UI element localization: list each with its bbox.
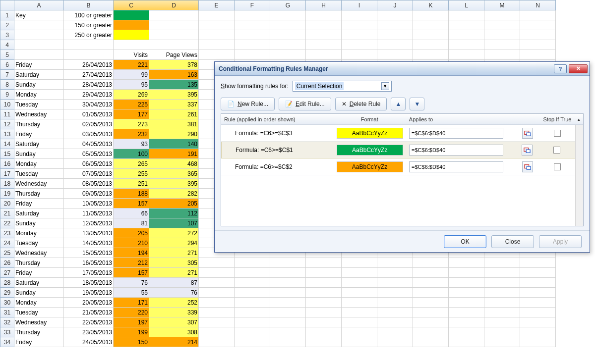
row-header-22[interactable]: 22 bbox=[0, 218, 14, 228]
row-header-30[interactable]: 30 bbox=[0, 298, 14, 308]
cell-L5[interactable] bbox=[449, 50, 484, 60]
cell-D22[interactable]: 107 bbox=[149, 218, 199, 228]
cell-C25[interactable]: 194 bbox=[114, 248, 149, 258]
column-header-G[interactable]: G bbox=[270, 0, 306, 10]
cell-J3[interactable] bbox=[377, 30, 413, 40]
cell-C11[interactable]: 177 bbox=[114, 109, 149, 119]
cell-E4[interactable] bbox=[199, 40, 235, 50]
cell-D5[interactable]: Page Views bbox=[149, 50, 199, 60]
cell-C3[interactable] bbox=[114, 30, 149, 40]
cell-M34[interactable] bbox=[484, 337, 520, 347]
cell-H34[interactable] bbox=[306, 337, 342, 347]
cell-E26[interactable] bbox=[199, 258, 235, 268]
row-header-27[interactable]: 27 bbox=[0, 268, 14, 278]
cell-C17[interactable]: 255 bbox=[114, 169, 149, 179]
stop-if-true-checkbox[interactable] bbox=[554, 130, 561, 137]
cell-M5[interactable] bbox=[484, 50, 520, 60]
cell-L32[interactable] bbox=[449, 317, 484, 327]
rule-row-2[interactable]: Formula: =C6>=$C$2 AaBbCcYyZz =$C$6:$D$4… bbox=[221, 158, 583, 175]
cell-A33[interactable]: Thursday bbox=[14, 327, 64, 337]
cell-C30[interactable]: 171 bbox=[114, 298, 149, 308]
cell-C26[interactable]: 212 bbox=[114, 258, 149, 268]
new-rule-button[interactable]: 📄 New Rule... bbox=[221, 98, 275, 110]
cell-E5[interactable] bbox=[199, 50, 235, 60]
cell-L26[interactable] bbox=[449, 258, 484, 268]
applies-to-input[interactable]: =$C$6:$D$40 bbox=[409, 128, 503, 139]
cell-C29[interactable]: 55 bbox=[114, 288, 149, 298]
cell-A4[interactable] bbox=[14, 40, 64, 50]
cell-E34[interactable] bbox=[199, 337, 235, 347]
cell-D27[interactable]: 271 bbox=[149, 268, 199, 278]
cell-B30[interactable]: 20/05/2013 bbox=[64, 298, 114, 308]
apply-button[interactable]: Apply bbox=[539, 235, 582, 248]
cell-N3[interactable] bbox=[520, 30, 556, 40]
cell-D3[interactable] bbox=[149, 30, 199, 40]
cell-E31[interactable] bbox=[199, 308, 235, 317]
row-header-21[interactable]: 21 bbox=[0, 208, 14, 218]
cell-A18[interactable]: Wednesday bbox=[14, 179, 64, 189]
row-header-11[interactable]: 11 bbox=[0, 109, 14, 119]
cell-B15[interactable]: 05/05/2013 bbox=[64, 149, 114, 159]
cell-B19[interactable]: 09/05/2013 bbox=[64, 189, 114, 199]
cell-J1[interactable] bbox=[377, 10, 413, 20]
delete-rule-button[interactable]: ✕ Delete Rule bbox=[335, 98, 387, 110]
cell-F2[interactable] bbox=[235, 20, 270, 30]
cell-I27[interactable] bbox=[342, 268, 377, 278]
cell-K2[interactable] bbox=[413, 20, 449, 30]
dialog-titlebar[interactable]: Conditional Formatting Rules Manager ? ✕ bbox=[215, 62, 590, 76]
cell-M26[interactable] bbox=[484, 258, 520, 268]
cell-C16[interactable]: 265 bbox=[114, 159, 149, 169]
cell-I3[interactable] bbox=[342, 30, 377, 40]
cell-N34[interactable] bbox=[520, 337, 556, 347]
cell-B3[interactable]: 250 or greater bbox=[64, 30, 114, 40]
cell-L3[interactable] bbox=[449, 30, 484, 40]
cell-C34[interactable]: 150 bbox=[114, 337, 149, 347]
cell-C10[interactable]: 225 bbox=[114, 100, 149, 109]
cell-C14[interactable]: 93 bbox=[114, 139, 149, 149]
cell-D10[interactable]: 337 bbox=[149, 100, 199, 109]
cell-I26[interactable] bbox=[342, 258, 377, 268]
cell-C12[interactable]: 273 bbox=[114, 119, 149, 129]
cell-A19[interactable]: Thursday bbox=[14, 189, 64, 199]
cell-F33[interactable] bbox=[235, 327, 270, 337]
cell-H2[interactable] bbox=[306, 20, 342, 30]
applies-to-input[interactable]: =$C$6:$D$40 bbox=[409, 161, 503, 172]
stop-if-true-checkbox[interactable] bbox=[553, 147, 560, 154]
cell-N30[interactable] bbox=[520, 298, 556, 308]
cell-A26[interactable]: Thursday bbox=[14, 258, 64, 268]
cell-L33[interactable] bbox=[449, 327, 484, 337]
cell-H5[interactable] bbox=[306, 50, 342, 60]
cell-J26[interactable] bbox=[377, 258, 413, 268]
cell-L29[interactable] bbox=[449, 288, 484, 298]
row-header-16[interactable]: 16 bbox=[0, 159, 14, 169]
column-header-L[interactable]: L bbox=[449, 0, 484, 10]
row-header-7[interactable]: 7 bbox=[0, 70, 14, 80]
cell-B25[interactable]: 15/05/2013 bbox=[64, 248, 114, 258]
cell-H29[interactable] bbox=[306, 288, 342, 298]
cell-L4[interactable] bbox=[449, 40, 484, 50]
cell-B11[interactable]: 01/05/2013 bbox=[64, 109, 114, 119]
cell-B16[interactable]: 06/05/2013 bbox=[64, 159, 114, 169]
range-selector-button[interactable] bbox=[522, 145, 533, 156]
cell-M28[interactable] bbox=[484, 278, 520, 288]
cell-E28[interactable] bbox=[199, 278, 235, 288]
cell-D30[interactable]: 252 bbox=[149, 298, 199, 308]
row-header-14[interactable]: 14 bbox=[0, 139, 14, 149]
cell-D11[interactable]: 261 bbox=[149, 109, 199, 119]
cell-G26[interactable] bbox=[270, 258, 306, 268]
cell-B22[interactable]: 12/05/2013 bbox=[64, 218, 114, 228]
cell-I29[interactable] bbox=[342, 288, 377, 298]
cell-H30[interactable] bbox=[306, 298, 342, 308]
cell-G34[interactable] bbox=[270, 337, 306, 347]
cell-J2[interactable] bbox=[377, 20, 413, 30]
cell-B9[interactable]: 29/04/2013 bbox=[64, 90, 114, 100]
cell-N28[interactable] bbox=[520, 278, 556, 288]
cell-C33[interactable]: 199 bbox=[114, 327, 149, 337]
cell-B29[interactable]: 19/05/2013 bbox=[64, 288, 114, 298]
cell-G27[interactable] bbox=[270, 268, 306, 278]
cell-E1[interactable] bbox=[199, 10, 235, 20]
cell-A9[interactable]: Monday bbox=[14, 90, 64, 100]
cell-D2[interactable] bbox=[149, 20, 199, 30]
cell-A10[interactable]: Tuesday bbox=[14, 100, 64, 109]
cell-G3[interactable] bbox=[270, 30, 306, 40]
